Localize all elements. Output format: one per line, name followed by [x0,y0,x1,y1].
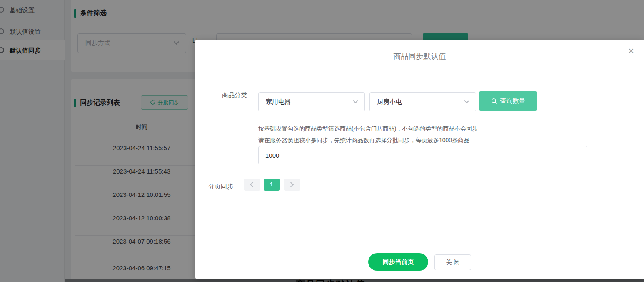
hint-line-2: 请在服务器负担较小是同步，先统计商品数再选择分批同步，每页最多1000条商品 [258,137,469,144]
category-level2-select[interactable]: 厨房小电 [369,92,476,111]
close-dialog-button[interactable]: 关 闭 [434,254,471,270]
page-size-input[interactable] [258,146,587,164]
chevron-left-icon [250,182,255,187]
category-level1-value: 家用电器 [266,98,291,106]
sync-current-page-button[interactable]: 同步当前页 [368,253,428,271]
page-root: 基础设置 默认值设置 默认值同步 条件筛选 同步方式 日 [0,0,644,282]
query-count-label: 查询数量 [500,97,525,105]
category-label: 商品分类 [222,91,247,99]
dialog-title: 商品同步默认值 [195,51,644,61]
pagination-page-1[interactable]: 1 [264,179,280,191]
pagination-next-button[interactable] [284,179,300,191]
category-level1-select[interactable]: 家用电器 [258,92,365,111]
hint-line-1: 按基础设置勾选的商品类型筛选商品(不包含门店商品)，不勾选的类型的商品不会同步 [258,125,478,133]
category-level2-value: 厨房小电 [377,98,402,106]
product-sync-dialog: × 商品同步默认值 商品分类 家用电器 厨房小电 查询数量 按基础设置勾选的商品… [195,40,644,279]
search-icon [491,98,497,104]
pagination-label: 分页同步 [208,183,233,191]
chevron-down-icon [464,98,469,103]
pagination-prev-button[interactable] [244,179,260,191]
query-count-button[interactable]: 查询数量 [479,91,537,111]
chevron-right-icon [288,182,294,187]
chevron-down-icon [353,98,358,103]
